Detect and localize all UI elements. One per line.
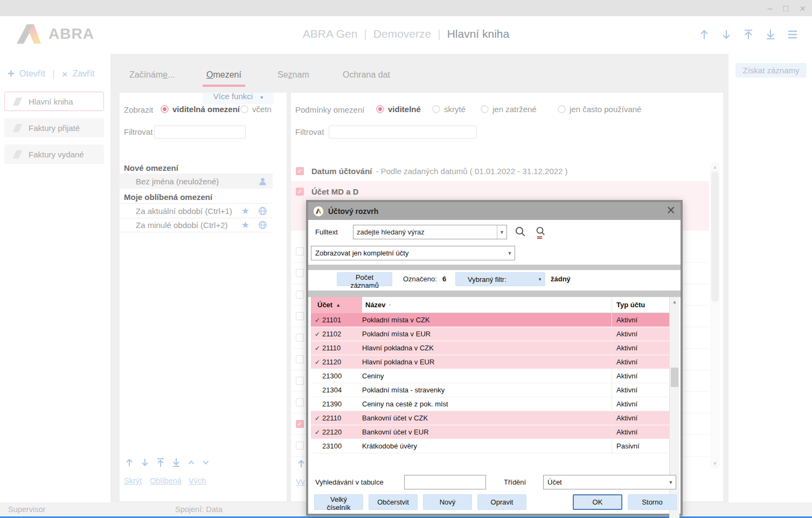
move-up-icon[interactable] — [698, 28, 711, 41]
close-x-icon[interactable]: × — [62, 69, 68, 79]
record-count-button[interactable]: Počet záznamů — [337, 272, 392, 286]
visibility-option[interactable]: skryté — [432, 105, 466, 114]
cancel-button[interactable]: Storno — [628, 494, 677, 510]
minimize-icon[interactable]: – — [767, 4, 772, 13]
move-top-icon[interactable] — [155, 457, 166, 468]
radio-icon[interactable] — [432, 105, 440, 113]
scroll-up-icon[interactable]: ▲ — [710, 163, 720, 171]
radio-icon[interactable] — [240, 105, 248, 113]
radio-icon[interactable] — [481, 105, 489, 113]
table-row[interactable]: 21390 Ceniny na cestě z pok. míst Aktivn… — [311, 397, 669, 411]
move-up-icon[interactable] — [124, 457, 135, 468]
search-highlight-icon[interactable] — [535, 226, 547, 240]
scroll-up-icon[interactable]: ▲ — [670, 298, 679, 306]
star-icon[interactable]: ★ — [241, 219, 249, 231]
panel-link[interactable]: Skrýt — [124, 476, 142, 485]
conditions-filter-input[interactable] — [329, 126, 477, 139]
table-search-input[interactable] — [404, 475, 486, 489]
radio-icon[interactable] — [558, 105, 566, 113]
panel-link-partial[interactable]: Vy — [296, 478, 304, 486]
condition-checkbox[interactable] — [296, 355, 304, 363]
favorite-restriction-row[interactable]: Za aktuální období (Ctrl+1) ★ — [120, 203, 273, 218]
move-top-icon[interactable] — [742, 28, 755, 41]
selected-filter-combo[interactable]: Vybraný filtr: ▾ — [455, 272, 545, 286]
dropdown-arrow-icon[interactable]: ▼ — [497, 225, 506, 239]
close-icon[interactable]: × — [667, 202, 675, 218]
condition-checkbox[interactable] — [296, 269, 304, 277]
table-row[interactable]: ✓ 21110 Hlavní pokladna v CZK Aktivní — [311, 341, 669, 355]
condition-checkbox[interactable] — [296, 312, 304, 320]
dialog-action-button[interactable]: Velký číselník — [314, 494, 363, 510]
visibility-option[interactable]: jen zatržené — [481, 105, 537, 114]
condition-checkbox[interactable] — [296, 188, 304, 196]
close-button[interactable]: Zavřít — [73, 69, 95, 79]
table-row[interactable]: ✓ 21101 Pokladní místa v CZK Aktivní — [311, 313, 669, 327]
condition-checkbox[interactable] — [296, 398, 304, 406]
dialog-titlebar[interactable]: Účtový rozvrh × — [308, 202, 681, 220]
condition-checkbox[interactable] — [296, 420, 304, 428]
sidebar-item[interactable]: Faktury přijaté — [4, 118, 104, 137]
unsaved-restriction-row[interactable]: Bez jména (neuložené) — [120, 174, 273, 189]
move-bottom-icon[interactable] — [171, 457, 182, 468]
ok-button[interactable]: OK — [573, 494, 622, 510]
fulltext-combo[interactable]: ▼ — [353, 225, 507, 239]
star-icon[interactable]: ★ — [241, 205, 249, 217]
panel-link[interactable]: Vých — [189, 476, 206, 485]
condition-checkbox[interactable] — [296, 334, 304, 342]
table-row[interactable]: ✓ 21102 Pokladní místa v EUR Aktivní — [311, 327, 669, 341]
move-bottom-icon[interactable] — [764, 28, 777, 41]
panel-link[interactable]: Oblíbená — [150, 476, 182, 485]
condition-checkbox[interactable] — [296, 377, 304, 385]
radio-icon[interactable] — [161, 105, 169, 113]
table-row[interactable]: ✓ 22120 Bankovní účet v EUR Aktivní — [311, 425, 669, 439]
radio-icon[interactable] — [376, 105, 384, 113]
get-records-button[interactable]: Získat záznamy — [735, 63, 807, 78]
conditions-scrollbar[interactable]: ▲ ▼ — [710, 162, 720, 469]
scrollbar-thumb[interactable] — [671, 368, 678, 387]
move-down-icon[interactable] — [140, 457, 150, 468]
chevron-down-icon[interactable] — [201, 458, 211, 467]
search-icon[interactable] — [515, 226, 526, 239]
more-functions-button[interactable]: Více funkci▾ — [203, 93, 274, 104]
move-up-icon[interactable] — [296, 458, 307, 471]
column-header-name[interactable]: Název ▫ — [362, 301, 612, 309]
globe-icon[interactable] — [258, 206, 267, 216]
tab[interactable]: Začínáme... — [129, 70, 175, 80]
condition-checkbox[interactable] — [296, 167, 304, 175]
tab[interactable]: Ochrana dat — [343, 70, 390, 80]
condition-row-date[interactable]: Datum účtování - Podle zadaných datumů (… — [291, 163, 709, 178]
table-row[interactable]: 21304 Pokladní místa - stravenky Aktivní — [311, 383, 669, 397]
fulltext-input[interactable] — [353, 225, 497, 239]
tab[interactable]: Seznam — [277, 70, 309, 80]
sidebar-item[interactable]: Hlavní kniha — [4, 92, 104, 111]
table-row[interactable]: ✓ 22110 Bankovní účet v CZK Aktivní — [311, 411, 669, 425]
tab[interactable]: Omezení — [206, 70, 241, 80]
sort-combo[interactable]: Účet ▼ — [543, 475, 676, 489]
condition-checkbox[interactable] — [296, 291, 304, 299]
scroll-down-icon[interactable]: ▼ — [710, 459, 720, 468]
show-option[interactable]: včetn — [240, 105, 272, 114]
dialog-action-button[interactable]: Nový — [423, 494, 472, 510]
table-row[interactable]: 21300 Ceniny Aktivní — [311, 369, 669, 383]
close-icon[interactable]: × — [800, 3, 806, 13]
sidebar-item[interactable]: Faktury vydané — [4, 144, 104, 164]
restrictions-filter-input[interactable] — [154, 126, 246, 139]
plus-icon[interactable]: + — [8, 68, 15, 80]
open-button[interactable]: Otevřít — [19, 69, 45, 79]
column-header-code[interactable]: Účet ▲ — [311, 297, 362, 313]
condition-checkbox[interactable] — [296, 441, 304, 450]
chevron-up-icon[interactable] — [186, 458, 196, 467]
table-row[interactable]: 23100 Krátkodobé úvěry Pasivní — [311, 439, 669, 453]
move-down-icon[interactable] — [720, 28, 733, 41]
scrollbar-thumb[interactable] — [711, 171, 719, 302]
condition-checkbox[interactable] — [296, 247, 304, 255]
menu-icon[interactable] — [786, 28, 799, 41]
globe-icon[interactable] — [258, 220, 267, 230]
visibility-option[interactable]: jen často používané — [558, 105, 641, 114]
dialog-action-button[interactable]: Opravit — [477, 494, 526, 510]
show-option[interactable]: viditelná omezení — [161, 105, 240, 114]
maximize-icon[interactable]: □ — [783, 4, 789, 13]
table-row[interactable]: ✓ 21120 Hlavní pokladna v EUR Aktivní — [311, 355, 669, 369]
dialog-action-button[interactable]: Občerstvit — [369, 494, 418, 510]
favorite-restriction-row[interactable]: Za minulé období (Ctrl+2) ★ — [120, 218, 273, 232]
